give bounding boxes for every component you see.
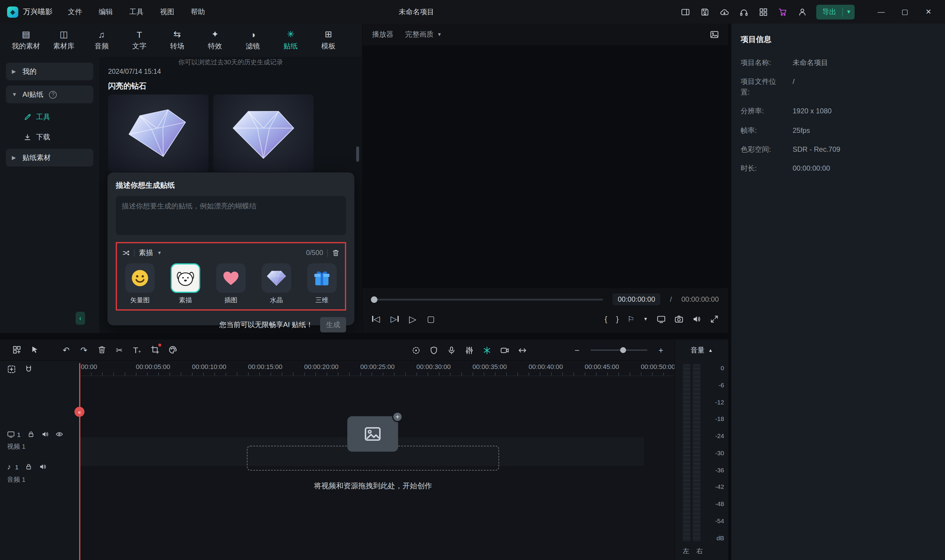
marker-flag-icon[interactable]: ⚐: [628, 314, 634, 323]
tools-icon: [24, 113, 31, 121]
apps-grid-icon[interactable]: [758, 6, 768, 17]
sidebar-item-download[interactable]: 下载: [6, 129, 93, 145]
tab-audio[interactable]: ♫音频: [83, 25, 120, 55]
chevron-down-icon[interactable]: ▼: [643, 316, 648, 322]
support-headset-icon[interactable]: [738, 6, 749, 17]
style-dropdown[interactable]: 素描: [139, 248, 153, 258]
menu-tools[interactable]: 工具: [129, 7, 143, 17]
shield-marker-icon[interactable]: [425, 342, 442, 358]
add-text-icon[interactable]: T+: [128, 342, 146, 358]
cart-icon[interactable]: [777, 6, 788, 17]
app-window: ◆ 万兴喵影 文件 编辑 工具 视图 帮助 未命名项目 导出 ▼: [0, 0, 945, 560]
split-scissors-icon[interactable]: ✂: [111, 342, 128, 358]
redo-icon[interactable]: ↷: [75, 342, 93, 358]
layout-panels-icon[interactable]: [680, 6, 690, 17]
mute-speaker-icon[interactable]: [42, 431, 49, 438]
sidebar-collapse-button[interactable]: ‹: [75, 312, 85, 325]
menu-help[interactable]: 帮助: [191, 7, 205, 17]
delete-icon[interactable]: [93, 342, 111, 358]
sidebar-group-sticker-assets[interactable]: ▶ 贴纸素材: [6, 149, 93, 166]
chevron-down-icon[interactable]: ▼: [157, 250, 162, 255]
generated-sticker-thumb[interactable]: [213, 94, 314, 172]
tab-stickers[interactable]: ✳贴纸: [272, 25, 309, 55]
mute-speaker-icon[interactable]: [39, 463, 47, 471]
account-icon[interactable]: [797, 6, 807, 17]
tab-transitions[interactable]: ⇆转场: [158, 25, 196, 55]
prev-frame-icon[interactable]: ◁: [372, 314, 380, 323]
export-chevron-down-icon[interactable]: ▼: [843, 9, 855, 15]
select-cursor-icon[interactable]: [25, 342, 43, 358]
generated-sticker-thumb[interactable]: [108, 94, 208, 172]
shuffle-icon[interactable]: [122, 249, 130, 257]
timeline-area[interactable]: 00:00 00:00:05:00 00:00:10:00 00:00:15:0…: [0, 361, 674, 560]
snapshot-camera-icon[interactable]: [674, 314, 683, 323]
style-option-vector[interactable]: 矢量图: [123, 263, 157, 305]
save-icon[interactable]: [699, 6, 710, 17]
style-option-crystal[interactable]: 水晶: [260, 263, 293, 305]
stop-icon[interactable]: ▢: [427, 314, 435, 323]
menu-edit[interactable]: 编辑: [99, 7, 113, 17]
project-info-title: 项目信息: [741, 34, 936, 45]
screen-record-icon[interactable]: [496, 342, 513, 358]
play-icon[interactable]: ▷: [409, 313, 416, 325]
mute-speaker-icon[interactable]: [692, 314, 701, 323]
mark-out-icon[interactable]: }: [616, 314, 619, 323]
generate-button[interactable]: 生成: [320, 317, 346, 332]
crop-icon[interactable]: [146, 342, 164, 358]
volume-header[interactable]: 音量 ▲: [675, 340, 728, 361]
zoom-slider[interactable]: [591, 349, 647, 351]
track-collapse-handle[interactable]: «: [74, 407, 85, 417]
eye-visibility-icon[interactable]: [55, 431, 63, 438]
tab-filters[interactable]: ◑滤镜: [234, 25, 272, 55]
next-frame-icon[interactable]: ▷: [391, 314, 399, 323]
seek-bar[interactable]: [372, 298, 603, 300]
color-palette-icon[interactable]: [164, 342, 181, 358]
tab-templates[interactable]: ⊞模板: [309, 25, 347, 55]
tab-effects[interactable]: ✦特效: [196, 25, 234, 55]
scrollbar-thumb[interactable]: [356, 146, 359, 162]
add-track-icon[interactable]: [7, 365, 16, 374]
tab-stock-media[interactable]: ◫素材库: [45, 25, 83, 55]
style-option-3d[interactable]: 三维: [305, 263, 339, 305]
zoom-knob[interactable]: [620, 347, 626, 353]
display-device-icon[interactable]: [657, 314, 666, 323]
add-media-plus-icon[interactable]: +: [392, 412, 403, 422]
quality-dropdown[interactable]: 完整画质 ▼: [405, 29, 442, 40]
minimize-button[interactable]: —: [870, 0, 893, 24]
magnet-snap-icon[interactable]: [24, 365, 33, 374]
sidebar-item-tools[interactable]: 工具: [6, 109, 93, 125]
cloud-sync-icon[interactable]: [719, 6, 730, 17]
seek-knob[interactable]: [371, 296, 377, 303]
audio-mixer-icon[interactable]: [460, 342, 478, 358]
record-voiceover-mic-icon[interactable]: [442, 342, 460, 358]
auto-ripple-icon[interactable]: [513, 342, 531, 358]
smart-edit-icon[interactable]: [478, 342, 496, 358]
timeline-ruler[interactable]: 00:00 00:00:05:00 00:00:10:00 00:00:15:0…: [80, 361, 674, 376]
lock-icon[interactable]: [25, 463, 33, 471]
menu-file[interactable]: 文件: [68, 7, 82, 17]
fullscreen-icon[interactable]: [710, 314, 719, 323]
menu-view[interactable]: 视图: [160, 7, 174, 17]
zoom-in-icon[interactable]: +: [652, 342, 670, 358]
style-option-sketch[interactable]: 素描: [169, 263, 202, 305]
help-icon[interactable]: ?: [49, 91, 57, 98]
media-grid-icon[interactable]: [8, 342, 25, 358]
export-button[interactable]: 导出 ▼: [816, 5, 855, 19]
close-button[interactable]: ✕: [917, 0, 940, 24]
style-option-illustration[interactable]: 插图: [214, 263, 248, 305]
tab-text[interactable]: T文字: [120, 25, 158, 55]
zoom-out-icon[interactable]: −: [568, 342, 586, 358]
mark-in-icon[interactable]: {: [605, 314, 607, 323]
tab-my-media[interactable]: ▤我的素材: [7, 25, 45, 55]
clear-trash-icon[interactable]: [332, 249, 340, 257]
maximize-button[interactable]: ▢: [893, 0, 917, 24]
playhead[interactable]: [79, 363, 80, 560]
lock-icon[interactable]: [27, 431, 35, 438]
sidebar-group-ai-sticker[interactable]: ▼ AI贴纸 ?: [6, 86, 93, 103]
export-label: 导出: [816, 7, 842, 17]
compare-image-icon[interactable]: [710, 30, 719, 39]
undo-icon[interactable]: ↶: [57, 342, 75, 358]
sidebar-group-my[interactable]: ▶ 我的: [6, 63, 93, 80]
prompt-input[interactable]: [116, 196, 346, 235]
motion-track-icon[interactable]: [407, 342, 425, 358]
